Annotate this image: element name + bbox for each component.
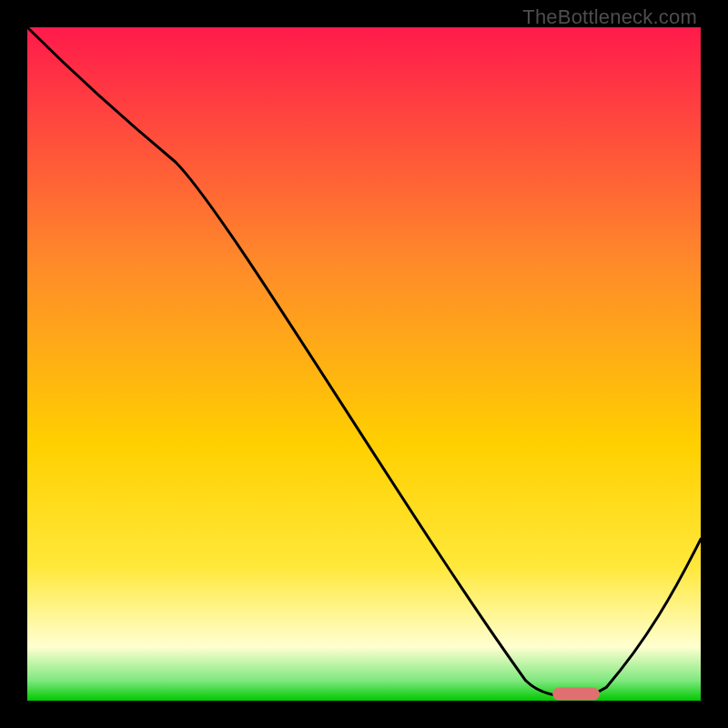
attribution-label: TheBottleneck.com [522, 5, 697, 29]
chart-frame: TheBottleneck.com [0, 0, 728, 728]
optimal-range-marker [552, 688, 600, 701]
plot-area [27, 27, 701, 701]
bottleneck-curve [27, 27, 701, 697]
curve-layer [27, 27, 701, 701]
